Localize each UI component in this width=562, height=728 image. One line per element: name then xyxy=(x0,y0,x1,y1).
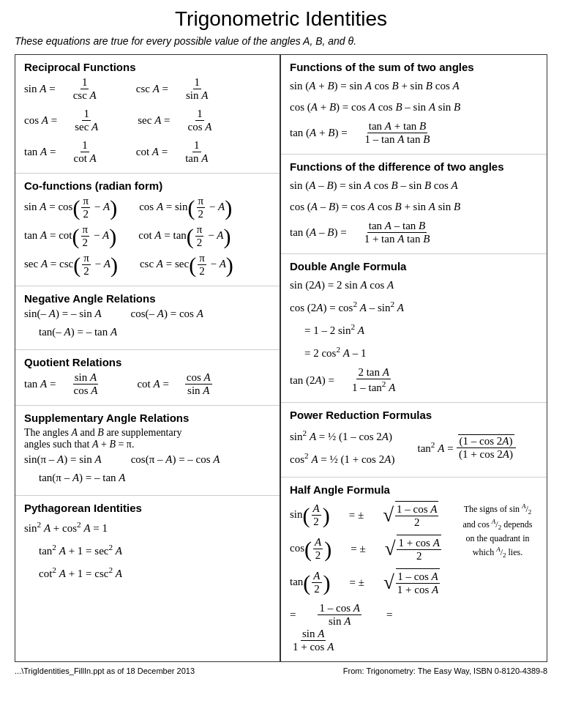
formula-power-sin: sin2 A = ½ (1 – cos 2A) xyxy=(290,426,413,447)
section-title-diff: Functions of the difference of two angle… xyxy=(290,160,538,173)
footer-right: From: Trigonometry: The Easy Way, ISBN 0… xyxy=(343,666,547,675)
formula-supp-sin: sin(π – A) = sin A cos(π – A) = – cos A xyxy=(24,453,271,466)
formula-pyth-3: cot2 A + 1 = csc2 A xyxy=(39,562,271,584)
formula-sin: sin A = 1 csc A csc A = 1 sin A xyxy=(24,76,271,102)
section-title-reciprocal: Reciprocal Functions xyxy=(24,61,271,73)
formula-cofunction-tan: tan A = cot(π2 − A) cot A = tan(π2 − A) xyxy=(24,223,271,249)
formula-sum-sin: sin (A + B) = sin A cos B + sin B cos A xyxy=(290,76,538,96)
section-pythagorean: Pythagorean Identities sin2 A + cos2 A =… xyxy=(15,496,280,591)
supplementary-text: The angles A and B are supplementary ang… xyxy=(24,427,271,450)
footer: ...\TrigIdentities_FillIn.ppt as of 18 D… xyxy=(15,666,547,675)
section-title-double: Double Angle Formula xyxy=(290,260,538,272)
formula-diff-sin: sin (A – B) = sin A cos B – sin B cos A xyxy=(290,176,538,196)
formula-half-sin: sin(A2) = ± √ 1 – cos A 2 xyxy=(290,501,454,529)
formula-pyth-1: sin2 A + cos2 A = 1 xyxy=(24,517,271,538)
formula-cofunction-sec: sec A = csc(π2 − A) csc A = sec(π2 − A) xyxy=(24,252,271,278)
power-formulas-grid: sin2 A = ½ (1 – cos 2A) cos2 A = ½ (1 + … xyxy=(290,424,538,471)
formula-half-cos: cos(A2) = ± √ 1 + cos A 2 xyxy=(290,535,454,562)
formula-supp-tan: tan(π – A) = – tan A xyxy=(39,468,271,488)
section-diff-angles: Functions of the difference of two angle… xyxy=(281,155,547,254)
half-angle-formulas: sin(A2) = ± √ 1 – cos A 2 cos(A2) xyxy=(290,499,454,655)
section-cofunctions: Co-functions (radian form) sin A = cos(π… xyxy=(15,174,280,286)
section-title-pythagorean: Pythagorean Identities xyxy=(24,502,271,514)
formula-diff-cos: cos (A – B) = cos A cos B + sin A sin B xyxy=(290,197,538,217)
formula-double-cos2: = 1 – 2 sin2 A xyxy=(304,319,538,341)
formula-diff-tan: tan (A – B) = tan A – tan B 1 + tan A ta… xyxy=(290,220,538,245)
half-angle-note: The signs of sin A/2 and cos A/2 depends… xyxy=(457,499,538,563)
left-column: Reciprocal Functions sin A = 1 csc A csc… xyxy=(15,55,281,661)
formula-neg-sin: sin(– A) = – sin A cos(– A) = cos A xyxy=(24,308,271,320)
section-title-supplementary: Supplementary Angle Relations xyxy=(24,412,271,424)
formula-power-cos: cos2 A = ½ (1 + cos 2A) xyxy=(290,448,413,469)
formula-double-cos3: = 2 cos2 A – 1 xyxy=(304,342,538,363)
section-title-power: Power Reduction Formulas xyxy=(290,409,538,421)
formula-half-tan: tan(A2) = ± √ 1 – cos A 1 + cos A xyxy=(290,568,454,596)
formula-double-tan: tan (2A) = 2 tan A 1 – tan2 A xyxy=(290,366,538,394)
section-title-cofunctions: Co-functions (radian form) xyxy=(24,179,271,192)
section-supplementary: Supplementary Angle Relations The angles… xyxy=(15,406,280,496)
formula-cofunction-sin: sin A = cos(π2 − A) cos A = sin(π2 − A) xyxy=(24,195,271,220)
power-right: tan2 A = (1 – cos 2A) (1 + cos 2A) xyxy=(415,424,539,471)
formula-tan: tan A = 1 cot A cot A = 1 tan A xyxy=(24,139,271,165)
section-power-reduction: Power Reduction Formulas sin2 A = ½ (1 –… xyxy=(281,403,547,478)
formula-half-tan-alt: = 1 – cos A sin A = sin A 1 + cos A xyxy=(290,602,454,653)
section-title-half: Half Angle Formula xyxy=(290,483,538,496)
right-column: Functions of the sum of two angles sin (… xyxy=(281,55,547,661)
section-negative-angle: Negative Angle Relations sin(– A) = – si… xyxy=(15,286,280,350)
formula-double-sin: sin (2A) = 2 sin A cos A xyxy=(290,275,538,295)
section-title-negative: Negative Angle Relations xyxy=(24,292,271,305)
section-double-angle: Double Angle Formula sin (2A) = 2 sin A … xyxy=(281,254,547,403)
formula-quotient-tan: tan A = sin A cos A cot A = cos A sin A xyxy=(24,371,271,397)
formula-neg-tan: tan(– A) = – tan A xyxy=(39,322,271,342)
footer-left: ...\TrigIdentities_FillIn.ppt as of 18 D… xyxy=(15,666,195,675)
main-grid: Reciprocal Functions sin A = 1 csc A csc… xyxy=(15,54,547,662)
section-half-angle: Half Angle Formula sin(A2) = ± √ 1 – cos… xyxy=(281,478,547,661)
power-left: sin2 A = ½ (1 – cos 2A) cos2 A = ½ (1 + … xyxy=(290,424,413,471)
section-reciprocal: Reciprocal Functions sin A = 1 csc A csc… xyxy=(15,55,280,174)
page-title: Trigonometric Identities xyxy=(15,7,547,31)
section-sum-angles: Functions of the sum of two angles sin (… xyxy=(281,55,547,155)
formula-cos: cos A = 1 sec A sec A = 1 cos A xyxy=(24,108,271,133)
subtitle: These equations are true for every possi… xyxy=(15,35,547,47)
section-title-quotient: Quotient Relations xyxy=(24,356,271,368)
half-angle-layout: sin(A2) = ± √ 1 – cos A 2 cos(A2) xyxy=(290,499,538,655)
formula-pyth-2: tan2 A + 1 = sec2 A xyxy=(39,540,271,561)
section-title-sum: Functions of the sum of two angles xyxy=(290,61,538,73)
formula-sum-cos: cos (A + B) = cos A cos B – sin A sin B xyxy=(290,97,538,117)
formula-sum-tan: tan (A + B) = tan A + tan B 1 – tan A ta… xyxy=(290,120,538,146)
formula-double-cos1: cos (2A) = cos2 A – sin2 A xyxy=(290,297,538,318)
section-quotient: Quotient Relations tan A = sin A cos A c… xyxy=(15,350,280,406)
